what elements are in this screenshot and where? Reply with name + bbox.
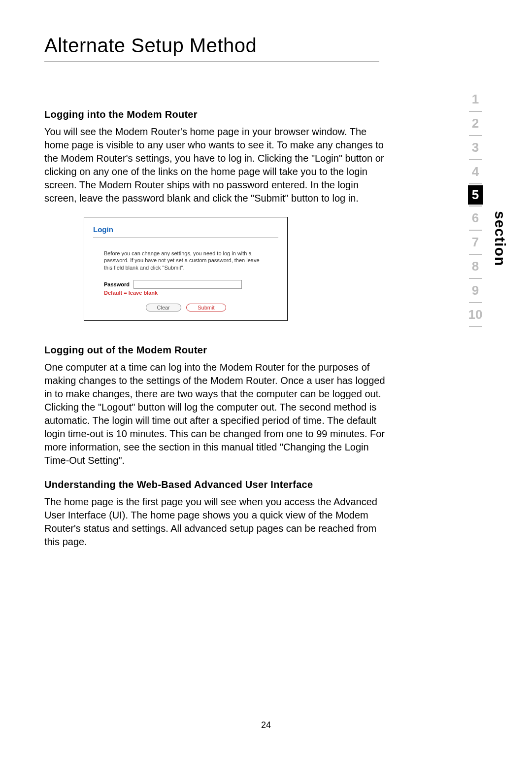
- login-rule: [93, 238, 278, 238]
- section-nav-10[interactable]: 10: [464, 304, 487, 325]
- section-nav-8[interactable]: 8: [464, 256, 487, 277]
- section-nav-5-active[interactable]: 5: [468, 185, 483, 205]
- section-nav-7[interactable]: 7: [464, 232, 487, 253]
- section-nav: 1 2 3 4 5 6 7 8 9 10: [464, 89, 487, 328]
- nav-sep: [469, 111, 482, 112]
- page-number: 24: [0, 720, 532, 730]
- para-logging-in: You will see the Modem Router's home pag…: [44, 125, 389, 205]
- heading-understanding-ui: Understanding the Web-Based Advanced Use…: [44, 479, 389, 490]
- nav-sep: [469, 135, 482, 136]
- section-label: section: [492, 211, 508, 266]
- login-instructions: Before you can change any settings, you …: [104, 250, 267, 271]
- password-hint: Default = leave blank: [104, 290, 267, 296]
- nav-sep: [469, 302, 482, 303]
- para-logging-out: One computer at a time can log into the …: [44, 361, 389, 467]
- login-panel-title: Login: [93, 225, 278, 234]
- section-nav-3[interactable]: 3: [464, 137, 487, 158]
- nav-sep: [469, 206, 482, 207]
- section-nav-2[interactable]: 2: [464, 113, 487, 134]
- nav-sep: [469, 254, 482, 255]
- section-nav-1[interactable]: 1: [464, 89, 487, 110]
- content-column: Logging into the Modem Router You will s…: [44, 109, 389, 549]
- title-rule: [44, 62, 379, 62]
- nav-sep: [469, 278, 482, 279]
- nav-sep: [469, 326, 482, 327]
- section-nav-4[interactable]: 4: [464, 161, 487, 182]
- password-label: Password: [104, 281, 130, 287]
- nav-sep: [469, 159, 482, 160]
- para-understanding-ui: The home page is the first page you will…: [44, 495, 389, 549]
- section-nav-9[interactable]: 9: [464, 280, 487, 301]
- section-nav-6[interactable]: 6: [464, 207, 487, 229]
- page-title: Alternate Setup Method: [44, 35, 488, 57]
- submit-button[interactable]: Submit: [186, 304, 226, 311]
- password-input[interactable]: [133, 280, 242, 289]
- heading-logging-in: Logging into the Modem Router: [44, 109, 389, 120]
- nav-sep: [469, 230, 482, 231]
- login-screenshot: Login Before you can change any settings…: [84, 217, 288, 321]
- clear-button[interactable]: Clear: [146, 304, 181, 311]
- nav-sep: [469, 183, 482, 184]
- heading-logging-out: Logging out of the Modem Router: [44, 345, 389, 356]
